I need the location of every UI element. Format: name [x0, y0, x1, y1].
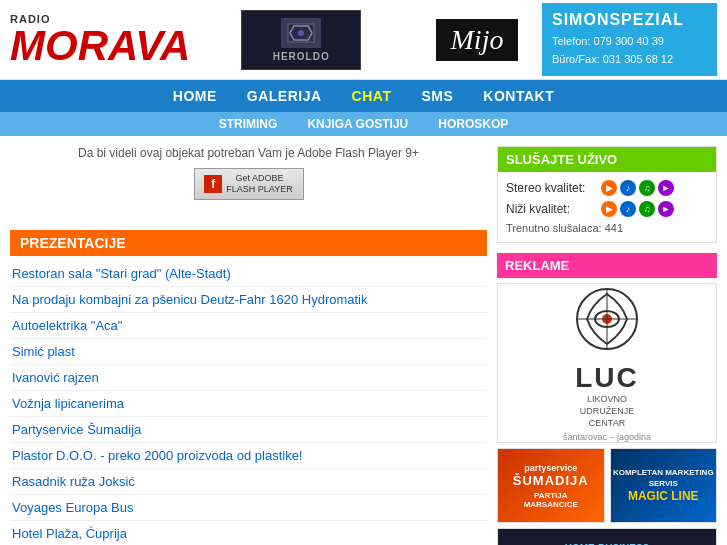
stereo-icon-1[interactable]: ▶	[601, 180, 617, 196]
luc-sub: LIKOVNO UDRUŽENJE CENTAR	[563, 394, 651, 429]
simons-fax-label: Büro/Fax:	[552, 53, 600, 65]
low-icon-3[interactable]: ♫	[639, 201, 655, 217]
simons-phone-label: Telefon:	[552, 35, 591, 47]
stereo-row: Stereo kvalitet: ▶ ♪ ♫ ►	[506, 180, 708, 196]
nav-knjiga[interactable]: KNJIGA GOSTIJU	[307, 117, 408, 131]
mijo-banner[interactable]: Mijo	[412, 19, 542, 61]
bottom-ad[interactable]: HOME-BUSINESS	[497, 528, 717, 545]
nav-chat[interactable]: CHAT	[352, 88, 392, 104]
nav-kontakt[interactable]: KONTAKT	[483, 88, 554, 104]
simons-info: Telefon: 079 300 40 39 Büro/Fax: 031 305…	[552, 33, 707, 68]
presentations-title: PREZENTACIJE	[10, 230, 487, 256]
list-item[interactable]: Autoelektrika "Aca"	[10, 313, 487, 339]
magic-content: KOMPLETAN MARKETING SERVIS MAGIC LINE	[611, 449, 717, 522]
low-row: Niži kvalitet: ▶ ♪ ♫ ►	[506, 201, 708, 217]
nav-sms[interactable]: SMS	[421, 88, 453, 104]
header-center: HEROLDO	[190, 10, 412, 70]
luc-name: LUC	[563, 362, 651, 394]
simons-banner[interactable]: SIMONSPEZIAL Telefon: 079 300 40 39 Büro…	[542, 3, 717, 76]
nav-horoskop[interactable]: HOROSKOP	[438, 117, 508, 131]
main-content: Da bi videli ovaj objekat potreban Vam j…	[0, 136, 727, 545]
flash-notice: Da bi videli ovaj objekat potreban Vam j…	[10, 146, 487, 160]
luc-ad[interactable]: LUC LIKOVNO UDRUŽENJE CENTAR šantarovac …	[497, 283, 717, 443]
list-item[interactable]: Simić plast	[10, 339, 487, 365]
nav-sub: STRIMING KNJIGA GOSTIJU HOROSKOP	[0, 112, 727, 136]
list-item[interactable]: Partyservice Šumadija	[10, 417, 487, 443]
low-icon-4[interactable]: ►	[658, 201, 674, 217]
stereo-icon-3[interactable]: ♫	[639, 180, 655, 196]
luc-icon	[572, 284, 642, 354]
nav-main: HOME GALERIJA CHAT SMS KONTAKT	[0, 80, 727, 112]
simons-phone-row: Telefon: 079 300 40 39	[552, 33, 707, 51]
page-header: RADIO MORAVA HEROLDO Mijo SIMONSPEZIAL T…	[0, 0, 727, 80]
listeners-label: Trenutno slušalaca:	[506, 222, 602, 234]
list-item[interactable]: Plastor D.O.O. - preko 2000 proizvoda od…	[10, 443, 487, 469]
list-item[interactable]: Na prodaju kombajni za pšenicu Deutz-Fah…	[10, 287, 487, 313]
nav-home[interactable]: HOME	[173, 88, 217, 104]
sumadija-content: partyservice ŠUMADIJA PARTIJAMARSANCICE	[498, 449, 604, 522]
low-icon-1[interactable]: ▶	[601, 201, 617, 217]
sumadija-ad[interactable]: partyservice ŠUMADIJA PARTIJAMARSANCICE	[497, 448, 605, 523]
logo-section: RADIO MORAVA	[10, 13, 190, 67]
list-item[interactable]: Vožnja lipicanerima	[10, 391, 487, 417]
right-column: SLUŠAJTE UŽIVO Stereo kvalitet: ▶ ♪ ♫ ► …	[497, 146, 717, 545]
small-ads-row: partyservice ŠUMADIJA PARTIJAMARSANCICE …	[497, 448, 717, 528]
stereo-label: Stereo kvalitet:	[506, 181, 596, 195]
listeners-count: 441	[605, 222, 623, 234]
mijo-text: Mijo	[436, 19, 519, 61]
low-label: Niži kvalitet:	[506, 202, 596, 216]
list-item[interactable]: Restoran sala "Stari grad" (Alte-Stadt)	[10, 261, 487, 287]
list-item[interactable]: Voyages Europa Bus	[10, 495, 487, 521]
heroldo-banner[interactable]: HEROLDO	[241, 10, 361, 70]
list-item[interactable]: Hotel Plaža, Ćuprija	[10, 521, 487, 545]
reklame-title: REKLAME	[497, 253, 717, 278]
logo-morava-text: MORAVA	[10, 25, 190, 67]
svg-point-2	[298, 30, 304, 36]
simons-title: SIMONSPEZIAL	[552, 11, 707, 29]
list-item[interactable]: Ivanović rajzen	[10, 365, 487, 391]
heroldo-label: HEROLDO	[273, 51, 330, 62]
flash-btn-label: Get ADOBEFLASH PLAYER	[226, 173, 292, 195]
low-icons: ▶ ♪ ♫ ►	[601, 201, 674, 217]
left-column: Da bi videli ovaj objekat potreban Vam j…	[10, 146, 487, 545]
nav-striming[interactable]: STRIMING	[219, 117, 278, 131]
simons-fax-row: Büro/Fax: 031 305 68 12	[552, 51, 707, 69]
list-item[interactable]: Rasadnik ruža Joksić	[10, 469, 487, 495]
stereo-icon-4[interactable]: ►	[658, 180, 674, 196]
heroldo-icon	[281, 18, 321, 48]
magic-ad[interactable]: KOMPLETAN MARKETING SERVIS MAGIC LINE	[610, 448, 718, 523]
simons-phone: 079 300 40 39	[594, 35, 664, 47]
luc-logo: LUC LIKOVNO UDRUŽENJE CENTAR šantarovac …	[563, 284, 651, 441]
presentations-list: Restoran sala "Stari grad" (Alte-Stadt)N…	[10, 261, 487, 545]
nav-galerija[interactable]: GALERIJA	[247, 88, 322, 104]
stereo-icons: ▶ ♪ ♫ ►	[601, 180, 674, 196]
listen-box: SLUŠAJTE UŽIVO Stereo kvalitet: ▶ ♪ ♫ ► …	[497, 146, 717, 243]
listen-title: SLUŠAJTE UŽIVO	[498, 147, 716, 172]
stereo-icon-2[interactable]: ♪	[620, 180, 636, 196]
reklame-section: REKLAME LUC LIKOVNO UDRUŽENJE	[497, 253, 717, 545]
low-icon-2[interactable]: ♪	[620, 201, 636, 217]
flash-button[interactable]: f Get ADOBEFLASH PLAYER	[194, 168, 304, 200]
luc-city: šantarovac – jagodina	[563, 432, 651, 442]
flash-icon: f	[204, 175, 222, 193]
simons-fax: 031 305 68 12	[603, 53, 673, 65]
listen-content: Stereo kvalitet: ▶ ♪ ♫ ► Niži kvalitet: …	[498, 172, 716, 242]
listeners-row: Trenutno slušalaca: 441	[506, 222, 708, 234]
